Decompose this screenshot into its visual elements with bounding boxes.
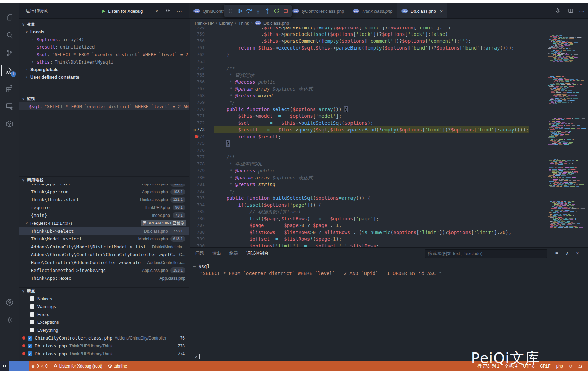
code-line-767[interactable]: 767 * @param array $options 表达式 [190, 85, 588, 92]
start-debug-icon[interactable]: ▶ [102, 9, 105, 13]
gutter[interactable]: ▷773 [190, 126, 214, 133]
variable-row[interactable]: › $sql: "SELECT * FROM `ocenter_district… [19, 51, 189, 58]
code-line-773[interactable]: ▷773 $result = $this->query($sql,$this->… [190, 126, 588, 133]
watch-header[interactable]: ∨ 监视 [19, 95, 189, 102]
run-and-debug-icon[interactable]: 1 [1, 62, 18, 79]
gutter[interactable]: 787 [190, 222, 214, 229]
views-more-actions-icon[interactable]: ⋯ [176, 8, 182, 14]
gutter[interactable]: 765 [190, 72, 214, 79]
breakpoint-filter-row[interactable]: Warnings [19, 303, 189, 310]
gutter[interactable]: 785 [190, 208, 214, 215]
debug-listen-status[interactable]: Listen for Xdebug (root) [51, 361, 105, 371]
breakpoint-row[interactable]: ✓ ChinaCityController.class.php Addons/C… [19, 334, 189, 342]
call-stack-frame[interactable]: Addons\ChinaCity\Model\DistrictModel->_l… [19, 243, 189, 251]
maximize-panel-icon[interactable]: ∧ [565, 248, 569, 259]
code-line-762[interactable]: 762 } [190, 51, 588, 58]
code-line-758[interactable]: 758 .$this->parseLimit(!empty($options['… [190, 27, 588, 31]
remote-explorer-icon[interactable] [1, 98, 18, 115]
variable-row[interactable]: › $this: Think\Db\Driver\Mysqli [19, 58, 189, 66]
code-line-782[interactable]: 782 */ [190, 188, 588, 195]
toolbar-drag-grip[interactable] [226, 6, 234, 16]
gutter[interactable]: 767 [190, 85, 214, 92]
code-line-786[interactable]: 786 list($page,$listRows) = $options['pa… [190, 215, 588, 222]
tabnine-status[interactable]: tabnine [105, 361, 130, 371]
console-filter-input[interactable] [425, 249, 547, 258]
call-stack-header[interactable]: ∨ 调用堆栈 [19, 176, 189, 184]
more-actions-icon[interactable]: ⋯ [579, 8, 585, 14]
gutter[interactable]: 770 [190, 106, 214, 113]
gutter[interactable]: 759 [190, 31, 214, 38]
panel-tab[interactable]: 调试控制台 [246, 248, 269, 259]
gutter[interactable]: 769 [190, 99, 214, 106]
checkbox-unchecked[interactable] [30, 328, 34, 332]
panel-tab[interactable]: 问题 [195, 248, 204, 259]
checkbox-unchecked[interactable] [30, 296, 34, 301]
call-stack-frame[interactable]: Think\App::exec App.class.php [19, 274, 189, 282]
code-line-783[interactable]: 783 public function buildSelectSql($opti… [190, 195, 588, 202]
call-stack-frame[interactable]: Home\Controller\AddonsController->execut… [19, 259, 189, 266]
editor-tab[interactable]: php tyController.class.php [288, 3, 348, 18]
editor-tab[interactable]: php Db.class.php × [397, 3, 447, 18]
code-line-789[interactable]: 789 $offset = $listRows*($page-1); [190, 236, 588, 243]
breakpoint-filter-row[interactable]: Notices [19, 295, 189, 303]
checkbox-checked[interactable]: ✓ [28, 344, 32, 348]
breakpoint-filter-row[interactable]: Everything [19, 326, 189, 334]
gutter[interactable]: 788 [190, 229, 214, 236]
gutter[interactable]: 774 [190, 133, 214, 140]
continue-icon[interactable] [235, 6, 244, 16]
gutter[interactable]: 786 [190, 215, 214, 222]
editor-tab[interactable]: php Think.class.php [348, 3, 397, 18]
variables-group[interactable]: ›User defined constants [19, 73, 189, 81]
code-line-787[interactable]: 787 $page = $page>0 ? $page : 1; [190, 222, 588, 229]
variables-group-locals[interactable]: ∨Locals [19, 28, 189, 36]
code-line-765[interactable]: 765 * 查找记录 [190, 72, 588, 79]
step-out-icon[interactable] [263, 6, 271, 16]
checkbox-checked[interactable]: ✓ [28, 351, 32, 356]
call-stack-request-row[interactable]: ∨ Request 4 (12:17:07) 因 BREAKPOINT 已暂停 [19, 219, 189, 227]
variables-group[interactable]: ›Superglobals [19, 66, 189, 73]
call-stack-frame[interactable]: {main} index.php73:1 [19, 211, 189, 219]
remote-indicator-icon[interactable]: >< [0, 361, 9, 371]
code-line-763[interactable]: 763 [190, 58, 588, 65]
call-stack-frame[interactable]: Think\Model->select Model.class.php618:1 [19, 235, 189, 243]
gutter[interactable]: 766 [190, 79, 214, 85]
variable-row[interactable]: › $result: uninitialized [19, 43, 189, 51]
gutter[interactable]: 789 [190, 236, 214, 243]
call-stack-frame[interactable]: Think\Db->select Db.class.php773:1 [19, 227, 189, 235]
gutter[interactable]: 790 [190, 243, 214, 247]
gutter[interactable]: 758 [190, 27, 214, 31]
breakpoint-row[interactable]: ✓ Db.class.php ThinkPHP/Library/Think 77… [19, 350, 189, 358]
gutter[interactable]: 780 [190, 174, 214, 181]
minimap[interactable] [547, 27, 587, 247]
panel-tab[interactable]: 输出 [212, 248, 221, 259]
feedback-smiley-icon[interactable]: ☺ [566, 361, 575, 371]
gutter[interactable]: 762 [190, 51, 214, 58]
checkbox-checked[interactable]: ✓ [28, 336, 32, 341]
code-line-785[interactable]: 785 // 根据页数计算limit [190, 208, 588, 215]
split-editor-icon[interactable] [568, 8, 574, 15]
gutter[interactable]: 772 [190, 120, 214, 126]
code-line-761[interactable]: 761 return $this->execute($sql,$this->pa… [190, 44, 588, 51]
debug-config-selector[interactable]: ▶ Listen for Xdebug [102, 9, 143, 14]
gutter[interactable]: 776 [190, 147, 214, 154]
notifications-bell-icon[interactable] [575, 361, 585, 371]
code-line-790[interactable]: 790 $options['limit'] = $offset.','.$lis… [190, 243, 588, 247]
call-stack-frame[interactable]: Think\App::run App.class.php193:1 [19, 188, 189, 196]
checkbox-unchecked[interactable] [30, 312, 34, 317]
breakpoint-filter-row[interactable]: Exceptions [19, 318, 189, 326]
problems-status[interactable]: ⊗ 0 △ 0 [29, 361, 51, 371]
breakpoint-row[interactable]: ✓ Db.class.php ThinkPHP/Library/Think 77… [19, 342, 189, 350]
gutter[interactable]: 784 [190, 202, 214, 208]
code-line-759[interactable]: 759 .$this->parseLock(isset($options['lo… [190, 31, 588, 38]
checkbox-unchecked[interactable] [30, 320, 34, 324]
gutter[interactable]: 779 [190, 167, 214, 174]
gutter[interactable]: 781 [190, 181, 214, 188]
code-line-776[interactable]: 776 [190, 147, 588, 154]
gutter[interactable]: 768 [190, 92, 214, 99]
code-line-788[interactable]: 788 $listRows= $listRows>0 ? $listRows :… [190, 229, 588, 236]
chevron-down-icon[interactable]: ∨ [155, 9, 158, 13]
close-tab-icon[interactable]: × [440, 8, 443, 14]
remote-indicator[interactable] [9, 361, 29, 371]
code-line-780[interactable]: 780 * @param array $options 表达式 [190, 174, 588, 181]
account-icon[interactable] [1, 294, 18, 311]
